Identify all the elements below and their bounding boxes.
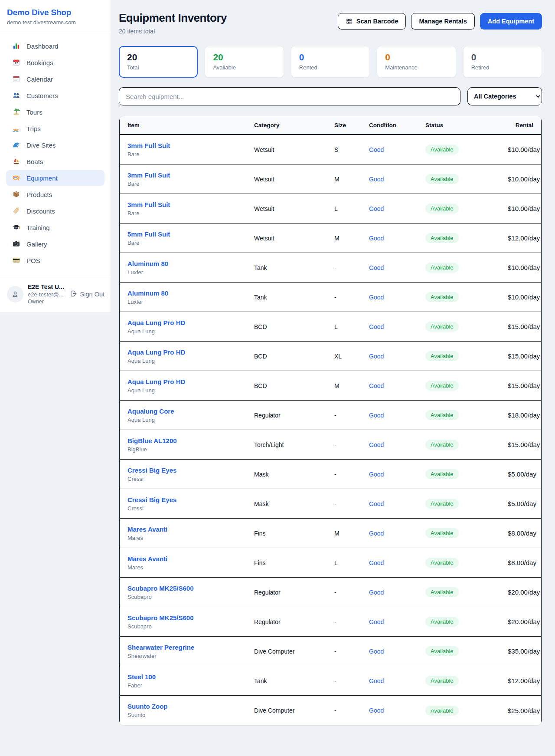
- item-link[interactable]: Shearwater Peregrine: [127, 644, 194, 651]
- stat-card-total[interactable]: 20 Total: [119, 46, 198, 78]
- sidebar-item-dive-sites[interactable]: Dive Sites: [6, 137, 104, 153]
- item-link[interactable]: Aluminum 80: [127, 260, 168, 267]
- sidebar-item-trips[interactable]: Trips: [6, 121, 104, 136]
- item-link[interactable]: 3mm Full Suit: [127, 142, 170, 149]
- item-category: Tank: [254, 294, 334, 301]
- condition-link[interactable]: Good: [369, 205, 384, 212]
- status-cell: Available: [425, 706, 508, 716]
- sidebar-item-label: Dashboard: [26, 43, 58, 50]
- sidebar-item-dashboard[interactable]: Dashboard: [6, 38, 104, 54]
- sidebar-item-training[interactable]: Training: [6, 220, 104, 235]
- item-link[interactable]: Cressi Big Eyes: [127, 467, 176, 474]
- condition-link[interactable]: Good: [369, 677, 384, 684]
- condition-link[interactable]: Good: [369, 412, 384, 419]
- sidebar-item-discounts[interactable]: Discounts: [6, 203, 104, 219]
- item-link[interactable]: Mares Avanti: [127, 555, 167, 562]
- item-rental: $35.00/day: [508, 648, 540, 655]
- stat-card-maintenance[interactable]: 0 Maintenance: [377, 46, 456, 78]
- item-cell: Scubapro MK25/S600 Scubapro: [127, 614, 254, 630]
- stat-card-rented[interactable]: 0 Rented: [291, 46, 370, 78]
- sidebar-item-bookings[interactable]: 17 Bookings: [6, 55, 104, 70]
- sidebar: Demo Dive Shop demo.test.divestreams.com…: [0, 0, 111, 313]
- condition-link[interactable]: Good: [369, 323, 384, 330]
- item-link[interactable]: BigBlue AL1200: [127, 437, 177, 444]
- condition-link[interactable]: Good: [369, 294, 384, 301]
- item-link[interactable]: 3mm Full Suit: [127, 201, 170, 208]
- sidebar-item-label: Training: [26, 224, 50, 231]
- item-category: BCD: [254, 382, 334, 389]
- condition-link[interactable]: Good: [369, 441, 384, 448]
- item-cell: BigBlue AL1200 BigBlue: [127, 437, 254, 453]
- page-title: Equipment Inventory: [119, 11, 227, 25]
- condition-link[interactable]: Good: [369, 382, 384, 389]
- scan-barcode-button[interactable]: Scan Barcode: [338, 13, 406, 30]
- condition-link[interactable]: Good: [369, 500, 384, 507]
- item-link[interactable]: Cressi Big Eyes: [127, 496, 176, 503]
- sidebar-item-calendar[interactable]: Calendar: [6, 71, 104, 87]
- stat-card-retired[interactable]: 0 Retired: [463, 46, 542, 78]
- item-cell: Aqua Lung Pro HD Aqua Lung: [127, 378, 254, 394]
- item-link[interactable]: 5mm Full Suit: [127, 230, 170, 238]
- category-select[interactable]: All Categories: [467, 87, 542, 105]
- item-link[interactable]: Aluminum 80: [127, 289, 168, 297]
- sidebar-item-boats[interactable]: Boats: [6, 154, 104, 169]
- condition-link[interactable]: Good: [369, 618, 384, 625]
- condition-link[interactable]: Good: [369, 559, 384, 566]
- condition-link[interactable]: Good: [369, 235, 384, 242]
- item-link[interactable]: Aqua Lung Pro HD: [127, 378, 185, 385]
- condition-link[interactable]: Good: [369, 176, 384, 183]
- condition-link[interactable]: Good: [369, 530, 384, 537]
- table-row: Steel 100 Faber Tank - Good Available $1…: [119, 666, 542, 696]
- sidebar-item-gallery[interactable]: Gallery: [6, 236, 104, 252]
- bookings-icon: 17: [12, 58, 21, 67]
- add-equipment-button[interactable]: Add Equipment: [480, 13, 542, 30]
- table-row: 3mm Full Suit Bare Wetsuit L Good Availa…: [119, 194, 542, 224]
- items-count: 20 items total: [119, 28, 227, 35]
- sidebar-item-customers[interactable]: Customers: [6, 88, 104, 103]
- sign-out-button[interactable]: Sign Out: [70, 290, 104, 299]
- condition-link[interactable]: Good: [369, 471, 384, 478]
- item-link[interactable]: Suunto Zoop: [127, 703, 167, 710]
- table-row: Aluminum 80 Luxfer Tank - Good Available…: [119, 283, 542, 312]
- item-link[interactable]: Aqua Lung Pro HD: [127, 348, 185, 356]
- stat-label: Retired: [471, 64, 534, 71]
- stat-card-available[interactable]: 20 Available: [205, 46, 284, 78]
- condition-link[interactable]: Good: [369, 589, 384, 596]
- condition-link[interactable]: Good: [369, 707, 384, 714]
- item-brand: Mares: [127, 535, 254, 541]
- item-link[interactable]: Aqua Lung Pro HD: [127, 319, 185, 326]
- table-row: 5mm Full Suit Bare Wetsuit M Good Availa…: [119, 224, 542, 253]
- brand-link[interactable]: Demo Dive Shop: [7, 8, 104, 17]
- calendar-icon: [12, 75, 21, 83]
- sidebar-item-pos[interactable]: POS: [6, 253, 104, 268]
- condition-link[interactable]: Good: [369, 146, 384, 153]
- equipment-icon: [12, 174, 21, 182]
- add-equipment-label: Add Equipment: [488, 18, 534, 25]
- item-link[interactable]: Mares Avanti: [127, 526, 167, 533]
- item-size: -: [334, 589, 369, 596]
- column-header-condition: Condition: [369, 122, 425, 128]
- item-link[interactable]: Aqualung Core: [127, 408, 174, 415]
- item-link[interactable]: Scubapro MK25/S600: [127, 614, 194, 621]
- sidebar-item-equipment[interactable]: Equipment: [6, 170, 104, 186]
- sidebar-item-products[interactable]: Products: [6, 187, 104, 202]
- item-link[interactable]: 3mm Full Suit: [127, 171, 170, 179]
- status-cell: Available: [425, 676, 508, 686]
- brand-block: Demo Dive Shop demo.test.divestreams.com: [0, 0, 111, 32]
- status-badge: Available: [425, 558, 459, 568]
- condition-link[interactable]: Good: [369, 648, 384, 655]
- search-input[interactable]: [119, 87, 460, 105]
- manage-rentals-button[interactable]: Manage Rentals: [411, 13, 474, 30]
- item-link[interactable]: Steel 100: [127, 673, 156, 680]
- status-cell: Available: [425, 646, 508, 656]
- condition-link[interactable]: Good: [369, 353, 384, 360]
- item-link[interactable]: Scubapro MK25/S600: [127, 585, 194, 592]
- sign-out-label: Sign Out: [80, 291, 104, 298]
- condition-link[interactable]: Good: [369, 264, 384, 271]
- sidebar-item-tours[interactable]: Tours: [6, 104, 104, 120]
- item-brand: Luxfer: [127, 299, 254, 305]
- status-badge: Available: [425, 706, 459, 716]
- user-role: Owner: [28, 299, 64, 305]
- item-brand: Faber: [127, 682, 254, 689]
- item-cell: Aqua Lung Pro HD Aqua Lung: [127, 348, 254, 364]
